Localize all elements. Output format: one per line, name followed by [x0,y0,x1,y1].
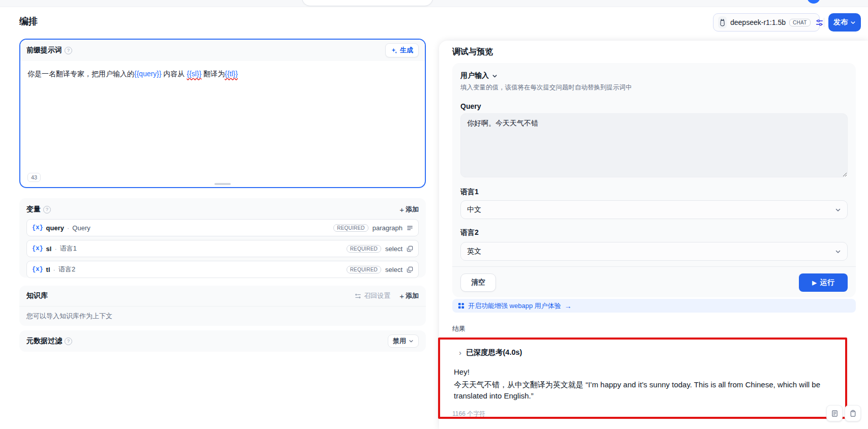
prompt-editor[interactable]: 你是一名翻译专家，把用户输入的{{query}} 内容从 {{sl}} 翻译为{… [20,61,425,87]
select-icon [407,266,413,273]
deep-thinking-toggle[interactable]: › 已深度思考(4.0s) [459,348,522,357]
prompt-variable-token: {{query}} [134,70,162,78]
ollama-llama-icon [718,16,727,28]
variable-braces-icon: {x} [32,245,43,252]
copy-button[interactable] [845,405,861,421]
metadata-filter-card: 元数据过滤 ? 禁用 [19,330,426,352]
deep-thinking-label: 已深度思考(4.0s) [466,348,522,357]
help-icon[interactable]: ? [65,47,72,54]
resize-handle[interactable] [214,183,231,185]
variable-name: query [46,224,64,232]
add-variable-button[interactable]: + 添加 [399,205,419,214]
help-icon[interactable]: ? [43,206,51,213]
prefix-prompt-title: 前缀提示词 [26,46,62,55]
knowledge-title: 知识库 [26,291,48,300]
lang2-value: 英文 [467,247,481,256]
result-card: › 已深度思考(4.0s) Hey! 今天天气不错，从中文翻译为英文就是 “I’… [439,339,846,418]
variable-type: paragraph [373,224,402,232]
recall-settings-icon [355,293,361,299]
play-icon: ▶ [812,280,816,286]
query-field-label: Query [460,102,848,110]
clear-button[interactable]: 清空 [460,273,496,292]
select-icon [407,246,413,252]
prompt-text: 翻译为 [201,70,225,78]
variable-label: 语言2 [58,265,75,274]
top-bar-partial [0,0,868,7]
chevron-down-icon [835,249,841,255]
webapp-enhance-banner[interactable]: 开启功能增强 webapp 用户体验 → [452,299,856,313]
arrow-right-icon: → [565,302,572,310]
result-log-button[interactable] [826,405,843,421]
chevron-down-icon [850,20,856,25]
lang1-field-label: 语言1 [460,188,848,197]
model-params-icon[interactable] [815,18,824,27]
variable-name: tl [46,266,50,273]
variable-braces-icon: {x} [32,266,43,273]
lang1-value: 中文 [467,205,481,214]
variable-name: sl [46,245,52,253]
header-divider [824,18,824,27]
separator-dot: · [53,266,55,273]
result-text-line2: 今天天气不错，从中文翻译为英文就是 “I’m happy and it’s su… [454,379,840,402]
variable-type: select [385,266,402,273]
separator-dot: · [54,245,56,253]
model-type-badge: CHAT [789,19,811,26]
clipboard-icon [849,410,857,417]
plus-icon: + [399,292,404,300]
sparkle-icon [391,47,397,54]
lang2-select[interactable]: 英文 [460,242,848,261]
paragraph-icon [407,225,413,231]
variables-title: 变量 [26,205,41,214]
lang2-field-label: 语言2 [460,228,848,237]
knowledge-empty-text: 您可以导入知识库作为上下文 [19,307,426,326]
page-title: 编排 [19,15,38,27]
prompt-char-count: 43 [27,173,41,182]
chevron-down-icon [409,339,414,344]
prefix-prompt-card: 前缀提示词 ? 生成 你是一名翻译专家，把用户输入的{{query}} 内容从 … [19,39,426,188]
chevron-right-icon: › [459,349,461,356]
recall-settings-button[interactable]: 召回设置 [355,291,390,300]
user-input-card: 用户输入 填入变量的值，该值将在每次提交问题时自动替换到提示词中 Query 你… [452,63,856,297]
user-input-toggle[interactable]: 用户输入 [460,71,848,80]
user-input-description: 填入变量的值，该值将在每次提交问题时自动替换到提示词中 [460,83,848,92]
result-label: 结果 [452,324,466,333]
variable-braces-icon: {x} [32,224,43,231]
variable-row-sl[interactable]: {x}sl·语言1REQUIREDselect [26,240,419,257]
publish-button[interactable]: 发布 [828,13,861,32]
variable-row-query[interactable]: {x}query·QueryREQUIREDparagraph [26,219,419,236]
knowledge-card: 知识库 召回设置 + 添加 您可以导入知识库作为上下文 [19,286,426,326]
prompt-text: 内容从 [162,70,187,78]
run-button[interactable]: ▶ 运行 [799,273,848,292]
required-badge: REQUIRED [347,245,381,253]
top-toolbar-partial [302,0,433,6]
add-knowledge-button[interactable]: + 添加 [399,291,419,300]
lang1-select[interactable]: 中文 [460,200,848,219]
prompt-variable-token: {{tl}} [225,70,238,78]
generate-button[interactable]: 生成 [385,43,419,57]
result-text-line1: Hey! [454,367,470,376]
metadata-filter-dropdown[interactable]: 禁用 [388,334,419,348]
variable-type: select [385,245,402,253]
variable-label: Query [72,224,90,232]
variable-row-tl[interactable]: {x}tl·语言2REQUIREDselect [26,261,419,278]
variables-card: 变量 ? + 添加 {x}query·QueryREQUIREDparagrap… [19,198,426,278]
model-name: deepseek-r1:1.5b [730,18,786,26]
debug-preview-title: 调试与预览 [452,47,493,57]
required-badge: REQUIRED [333,224,368,232]
divider [452,266,856,267]
prompt-text: 你是一名翻译专家，把用户输入的 [27,70,134,78]
result-char-count: 1166 个字符 [452,410,485,418]
prefix-prompt-header: 前缀提示词 ? 生成 [20,40,425,61]
separator-dot: · [67,224,69,232]
prompt-variable-token: {{sl}} [187,70,202,78]
required-badge: REQUIRED [347,266,381,273]
chevron-down-icon [835,207,841,213]
variable-label: 语言1 [60,244,77,253]
plus-icon: + [399,205,404,214]
help-icon[interactable]: ? [65,338,72,345]
webapp-banner-text: 开启功能增强 webapp 用户体验 [468,301,561,311]
model-selector[interactable]: deepseek-r1:1.5b CHAT [713,13,820,32]
query-input[interactable]: 你好啊。今天天气不错 [460,113,848,177]
metadata-filter-title: 元数据过滤 [26,336,62,346]
blocks-icon [458,302,464,309]
